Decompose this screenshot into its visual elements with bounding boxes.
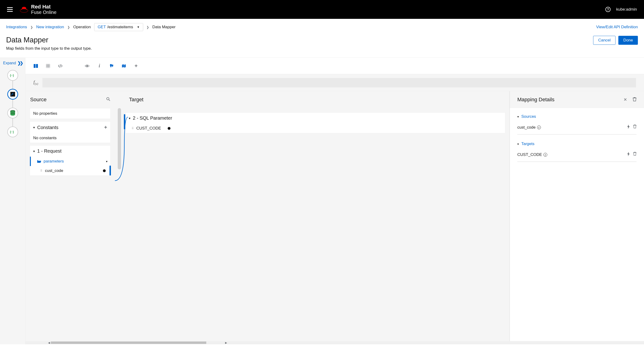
crumb-new-integration[interactable]: New integration: [36, 25, 64, 30]
title-actions: Cancel Done: [593, 36, 638, 45]
trash-icon[interactable]: [633, 152, 636, 157]
info-icon[interactable]: i: [97, 64, 102, 68]
svg-text:{··}: {··}: [10, 74, 14, 77]
expression-bar: f(x): [26, 74, 644, 91]
flow-strip: Expand ❯❯ {··} {··}: [0, 58, 26, 344]
sql-parameter-header[interactable]: ▾ 2 - SQL Parameter: [126, 112, 505, 124]
source-field-actions: [627, 124, 636, 130]
source-mapping-item: cust_code i: [517, 121, 636, 134]
dm-toolbar: i +: [26, 58, 644, 74]
info-icon[interactable]: i: [544, 153, 547, 156]
constants-title: Constants: [37, 125, 58, 130]
operation-select[interactable]: GET /estimateitems ▼: [94, 23, 143, 31]
flow-steps: {··} {··}: [7, 70, 18, 145]
scrollbar-thumb[interactable]: [51, 342, 206, 344]
chevron-right-icon: ❯: [67, 26, 70, 29]
title-left: Data Mapper Map fields from the input ty…: [6, 36, 92, 51]
cust-code-source-field[interactable]: ⠿ cust_code: [30, 166, 110, 176]
database-icon: [10, 110, 16, 116]
target-title: Target: [129, 96, 144, 103]
chevron-down-icon: ▾: [33, 149, 35, 153]
step-api-end[interactable]: {··}: [7, 126, 18, 137]
done-button[interactable]: Done: [618, 36, 638, 45]
sql-parameter-title: 2 - SQL Parameter: [133, 116, 172, 121]
top-banner: Red Hat Fuse Online ? kube:admin: [0, 0, 644, 19]
request-header[interactable]: ▾ 1 - Request: [30, 146, 110, 156]
parameters-folder[interactable]: parameters ▾: [31, 156, 110, 166]
close-icon[interactable]: ✕: [624, 97, 627, 102]
svg-point-0: [20, 9, 28, 12]
request-panel: ▾ 1 - Request parameters ▾ ⠿ cust_co: [30, 145, 111, 176]
no-properties-text: No properties: [33, 111, 57, 116]
targets-section-header[interactable]: ▾ Targets: [517, 142, 636, 146]
target-field-actions: [627, 152, 636, 157]
target-anchor: [124, 114, 125, 129]
step-data-mapper[interactable]: [7, 89, 18, 100]
breadcrumb: Integrations ❯ New integration ❯ Operati…: [6, 23, 176, 31]
svg-point-1: [22, 7, 26, 9]
horizontal-scrollbar[interactable]: ◀ ▶: [26, 341, 644, 344]
chevron-down-icon: ▾: [129, 116, 130, 120]
scroll-right-icon[interactable]: ▶: [225, 341, 227, 344]
main-area: i + f(x) Source: [26, 58, 644, 344]
constants-header[interactable]: ▾ Constants +: [30, 122, 110, 133]
api-braces-icon: {··}: [10, 73, 16, 78]
mapping-details-title: Mapping Details: [517, 96, 554, 103]
drag-handle-icon[interactable]: ⠿: [40, 169, 42, 172]
chevron-down-icon: ▾: [517, 115, 519, 118]
trash-icon[interactable]: [633, 124, 636, 130]
crumb-current: Data Mapper: [152, 25, 176, 30]
expression-input[interactable]: [42, 78, 636, 88]
svg-line-17: [109, 100, 110, 101]
brand-logo[interactable]: Red Hat Fuse Online: [19, 4, 56, 15]
mapping-details-actions: ✕: [624, 97, 636, 102]
source-field-name: cust_code i: [517, 125, 541, 130]
sources-section-header[interactable]: ▾ Sources: [517, 114, 636, 119]
map-marker-icon[interactable]: [109, 64, 114, 68]
chevron-double-right-icon: ❯❯: [18, 60, 22, 66]
info-icon[interactable]: i: [537, 126, 541, 129]
trash-icon[interactable]: [633, 97, 636, 102]
fx-x: (x): [34, 82, 38, 85]
title-row: Data Mapper Map fields from the input ty…: [0, 31, 644, 58]
target-field-text: CUST_CODE: [517, 152, 542, 157]
eye-icon[interactable]: [85, 64, 90, 68]
target-field-name: CUST_CODE i: [517, 152, 547, 157]
banner-right: ? kube:admin: [606, 7, 637, 12]
add-constant-icon[interactable]: +: [104, 124, 107, 130]
source-anchor: [110, 166, 111, 176]
mapping-details-header: Mapping Details ✕: [510, 91, 644, 108]
scroll-left-icon[interactable]: ◀: [48, 341, 50, 344]
hamburger-icon[interactable]: [7, 7, 13, 12]
dm-columns: Source No properties ▾ Constants: [26, 91, 644, 341]
grid-icon[interactable]: [46, 64, 50, 68]
api-braces-icon: {··}: [10, 130, 16, 134]
cust-code-target-field[interactable]: ⠿ CUST_CODE: [126, 124, 505, 133]
map-flat-icon[interactable]: [122, 64, 126, 68]
crumb-integrations[interactable]: Integrations: [6, 25, 27, 30]
svg-rect-8: [36, 64, 38, 68]
step-api-start[interactable]: {··}: [7, 70, 18, 81]
columns-icon[interactable]: [34, 64, 38, 68]
parameters-row-wrap: parameters ▾: [30, 156, 110, 166]
source-scrollbar[interactable]: [118, 108, 121, 169]
help-icon[interactable]: ?: [606, 7, 610, 12]
step-database[interactable]: [7, 108, 18, 118]
code-icon[interactable]: [58, 64, 63, 68]
bolt-icon[interactable]: [627, 124, 630, 130]
op-path: /estimateitems: [107, 25, 133, 30]
user-label[interactable]: kube:admin: [616, 7, 637, 12]
cancel-button[interactable]: Cancel: [593, 36, 616, 45]
fx-label: f(x): [34, 80, 38, 86]
sources-label: Sources: [521, 114, 536, 119]
view-edit-api-link[interactable]: View/Edit API Definition: [596, 25, 638, 30]
bolt-icon[interactable]: [627, 152, 630, 157]
plus-icon[interactable]: +: [134, 64, 138, 68]
source-header: Source: [26, 91, 115, 108]
drag-handle-icon[interactable]: ⠿: [132, 127, 134, 130]
search-icon[interactable]: [106, 97, 110, 102]
cust-code-label: cust_code: [45, 168, 63, 173]
chevron-down-icon: ▾: [106, 160, 108, 163]
mapped-indicator-icon: [103, 169, 106, 172]
expand-button[interactable]: Expand ❯❯: [3, 60, 22, 66]
